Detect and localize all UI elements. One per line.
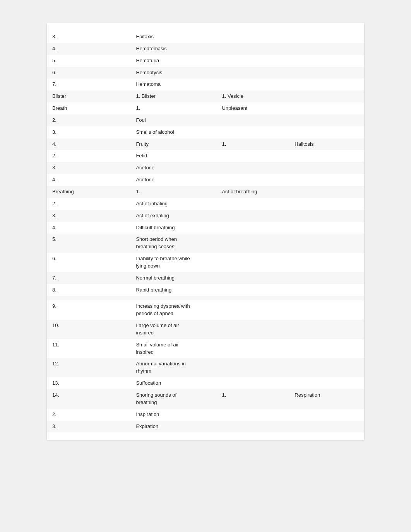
table-cell (289, 67, 364, 79)
table-cell: Normal breathing (130, 272, 216, 284)
table-cell (216, 174, 289, 186)
table-cell: 3. (47, 126, 130, 138)
table-cell: 13. (47, 377, 130, 389)
table-cell: 2. (47, 114, 130, 126)
table-cell (289, 234, 364, 253)
table-row: 3.Smells of alcohol (47, 126, 364, 138)
table-cell: Acetone (130, 174, 216, 186)
table-row: 5.Short period whenbreathing ceases (47, 234, 364, 253)
table-cell (289, 253, 364, 272)
table-cell (216, 234, 289, 253)
table-row: 3.Expiration (47, 421, 364, 433)
table-row: 12.Abnormal variations inrhythm (47, 358, 364, 377)
table-cell: 11. (47, 339, 130, 358)
table-cell (216, 296, 289, 300)
table-cell: 1. Blister (130, 90, 216, 102)
table-cell: Small volume of airinspired (130, 339, 216, 358)
table-cell (289, 358, 364, 377)
table-row: 4.Acetone (47, 174, 364, 186)
table-cell: 1. (130, 102, 216, 114)
table-cell: Fetid (130, 150, 216, 162)
table-cell (289, 31, 364, 43)
table-cell: 10. (47, 320, 130, 339)
table-cell: Hematuria (130, 55, 216, 67)
table-cell: Hemoptysis (130, 67, 216, 79)
table-cell (216, 210, 289, 222)
table-cell: Smells of alcohol (130, 126, 216, 138)
table-cell (216, 377, 289, 389)
table-cell: 9. (47, 300, 130, 320)
table-row: 11.Small volume of airinspired (47, 339, 364, 358)
table-cell (216, 253, 289, 272)
table-cell (216, 272, 289, 284)
table-cell (289, 296, 364, 300)
table-row: 13.Suffocation (47, 377, 364, 389)
table-cell: Epitaxis (130, 31, 216, 43)
page: 3.Epitaxis4.Hematemasis5.Hematuria6.Hemo… (47, 23, 364, 440)
table-row: 4.Difficult breathing (47, 222, 364, 234)
table-row: 5.Hematuria (47, 55, 364, 67)
table-cell: Inability to breathe whilelying down (130, 253, 216, 272)
table-cell: 7. (47, 272, 130, 284)
table-cell: Increasing dyspnea withperiods of apnea (130, 300, 216, 320)
table-cell (289, 198, 364, 210)
table-row: 3.Acetone (47, 162, 364, 174)
table-cell (289, 186, 364, 198)
table-cell (289, 320, 364, 339)
table-row: 2.Act of inhaling (47, 198, 364, 210)
table-cell (216, 31, 289, 43)
table-cell (216, 150, 289, 162)
table-cell: Expiration (130, 421, 216, 433)
table-cell: Breath (47, 102, 130, 114)
table-cell: 4. (47, 222, 130, 234)
table-cell: 3. (47, 162, 130, 174)
table-cell (289, 90, 364, 102)
table-cell: Difficult breathing (130, 222, 216, 234)
table-cell (289, 43, 364, 55)
table-cell (47, 296, 130, 300)
table-cell: 3. (47, 210, 130, 222)
table-row: 2.Inspiration (47, 409, 364, 421)
table-cell: 4. (47, 174, 130, 186)
table-cell (289, 210, 364, 222)
table-cell: Large volume of airinspired (130, 320, 216, 339)
table-cell (289, 300, 364, 320)
table-cell: Hematoma (130, 78, 216, 90)
table-row: 4.Hematemasis (47, 43, 364, 55)
table-cell: Suffocation (130, 377, 216, 389)
table-row: Breathing1.Act of breathing (47, 186, 364, 198)
table-cell: 5. (47, 234, 130, 253)
table-cell: 5. (47, 55, 130, 67)
table-row: 2.Fetid (47, 150, 364, 162)
table-cell: 3. (47, 421, 130, 433)
table-cell (289, 114, 364, 126)
table-cell (289, 78, 364, 90)
table-cell (289, 102, 364, 114)
table-row: 7.Normal breathing (47, 272, 364, 284)
table-cell: 12. (47, 358, 130, 377)
table-cell (130, 296, 216, 300)
table-cell: 1. (216, 138, 289, 150)
table-cell: Inspiration (130, 409, 216, 421)
table-row: Breath1.Unpleasant (47, 102, 364, 114)
table-row (47, 296, 364, 300)
table-cell (216, 320, 289, 339)
table-cell: 7. (47, 78, 130, 90)
table-row: 10.Large volume of airinspired (47, 320, 364, 339)
table-cell: Act of inhaling (130, 198, 216, 210)
table-cell (289, 162, 364, 174)
table-cell: 2. (47, 409, 130, 421)
table-row: 14.Snoring sounds ofbreathing1.Respirati… (47, 389, 364, 409)
table-cell: Acetone (130, 162, 216, 174)
table-cell: Halitosis (289, 138, 364, 150)
table-cell (216, 421, 289, 433)
table-cell: Fruity (130, 138, 216, 150)
table-cell (216, 126, 289, 138)
table-cell (289, 377, 364, 389)
table-cell: Short period whenbreathing ceases (130, 234, 216, 253)
table-cell (216, 43, 289, 55)
table-cell (216, 162, 289, 174)
table-cell (289, 222, 364, 234)
table-cell: Blister (47, 90, 130, 102)
table-cell (216, 284, 289, 296)
